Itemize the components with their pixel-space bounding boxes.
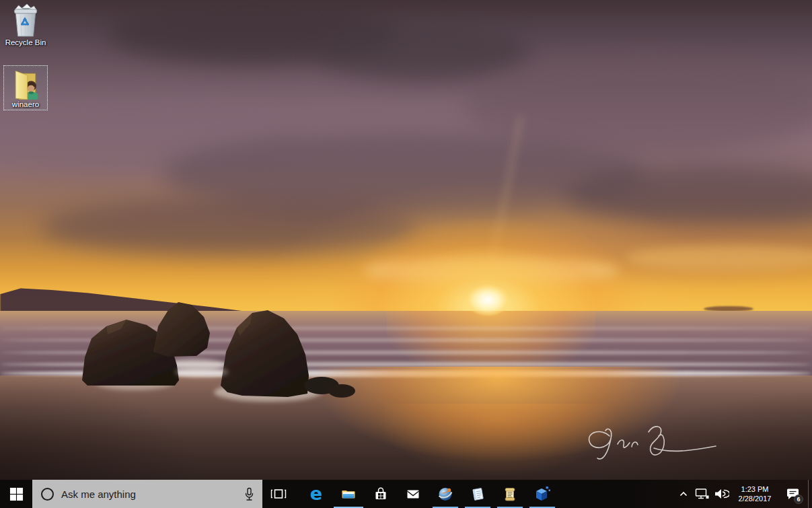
winaero-tweaker-cube-icon [533,485,551,503]
mail-icon [404,485,422,503]
task-view-icon [270,485,287,503]
taskbar-app-globe-browser[interactable] [429,480,462,508]
taskbar-app-mail[interactable] [397,480,429,508]
clock-date: 2/28/2017 [739,494,772,503]
taskbar-app-file-explorer[interactable] [332,480,365,508]
notification-count-badge: 6 [794,495,803,504]
windows-desktop[interactable]: Recycle Bin winaero [0,0,812,508]
taskbar-app-edge[interactable]: e [300,480,332,508]
task-view-button[interactable] [262,480,295,508]
network-status-button[interactable] [692,480,711,508]
microphone-icon[interactable] [243,486,256,502]
desktop-icon-winaero[interactable]: winaero [3,65,48,110]
cortana-icon [41,488,54,501]
taskbar-app-wordpad-scroll[interactable] [494,480,526,508]
desktop-icon-recycle-bin[interactable]: Recycle Bin [1,4,50,47]
taskbar: Ask me anything e [0,480,812,508]
desktop-icon-label: winaero [12,100,39,109]
taskbar-app-winaero-tweaker[interactable] [526,480,558,508]
cortana-search-box[interactable]: Ask me anything [32,480,262,508]
windows-logo-icon [9,487,24,501]
scroll-document-icon [501,485,519,503]
wallpaper-cloud [316,24,531,81]
file-explorer-icon [340,485,357,503]
search-placeholder: Ask me anything [61,488,243,500]
system-tray: 1:23 PM 2/28/2017 6 [675,480,812,508]
taskbar-app-store[interactable] [365,480,397,508]
wallpaper-rocks [40,285,357,416]
clock-time: 1:23 PM [741,484,769,494]
speaker-icon [713,487,729,501]
wallpaper-sun [466,285,509,316]
photographer-signature [579,421,720,464]
show-hidden-icons-button[interactable] [675,480,692,508]
action-center-button[interactable]: 6 [778,480,808,508]
recycle-bin-icon [10,4,41,38]
notepad-icon [469,485,486,503]
start-button[interactable] [0,480,32,508]
network-icon [694,487,709,501]
taskbar-app-notepad[interactable] [462,480,494,508]
taskbar-clock[interactable]: 1:23 PM 2/28/2017 [731,480,778,508]
taskbar-spacer [295,480,300,508]
wallpaper-sunset-beach [0,0,812,480]
show-desktop-button[interactable] [808,480,812,508]
edge-icon: e [310,485,322,503]
chevron-up-icon [678,488,689,499]
volume-button[interactable] [711,480,731,508]
user-folder-icon [9,67,42,100]
desktop-icon-label: Recycle Bin [5,38,46,47]
store-icon [372,485,390,503]
globe-browser-icon [437,485,454,503]
